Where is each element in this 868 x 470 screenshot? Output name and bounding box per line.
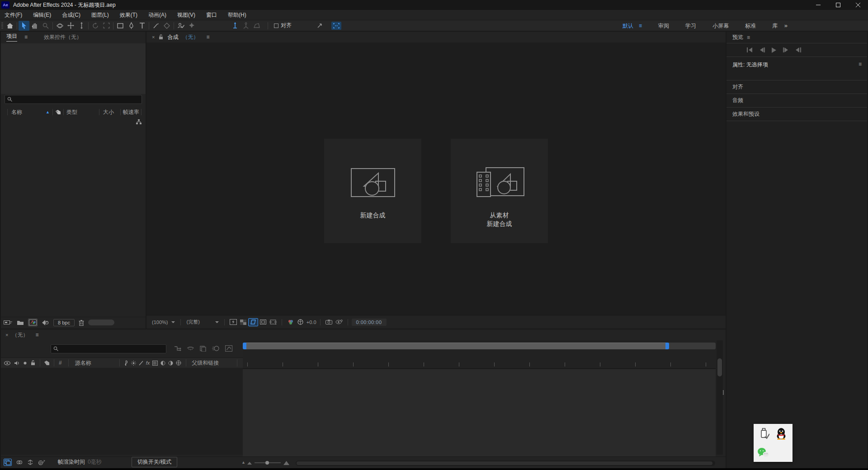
column-framerate[interactable]: 帧速率 bbox=[123, 108, 139, 116]
timeline-track-area[interactable] bbox=[243, 369, 716, 457]
project-bottom-slider[interactable] bbox=[88, 320, 114, 325]
column-parent-link[interactable]: 父级和链接 bbox=[192, 359, 219, 367]
expand-transfer-controls-icon[interactable] bbox=[16, 460, 23, 465]
frame-blending-icon[interactable] bbox=[200, 345, 206, 352]
maximize-button[interactable] bbox=[828, 0, 848, 10]
menu-view[interactable]: 视图(V) bbox=[172, 10, 201, 20]
tab-align[interactable]: 对齐 bbox=[726, 80, 867, 94]
menu-file[interactable]: 文件(F) bbox=[0, 10, 28, 20]
tab-project[interactable]: 项目 bbox=[6, 33, 17, 42]
column-index[interactable]: # bbox=[59, 360, 62, 366]
comp-panel-menu-icon[interactable]: ≡ bbox=[206, 34, 209, 40]
tab-composition[interactable]: 合成 bbox=[167, 33, 178, 41]
menu-effect[interactable]: 效果(T) bbox=[114, 10, 143, 20]
parent-pick-whip-icon[interactable] bbox=[136, 119, 142, 125]
type-tool-icon[interactable] bbox=[137, 21, 147, 31]
workspace-default[interactable]: 默认 bbox=[623, 22, 633, 30]
timeline-search-input[interactable] bbox=[51, 344, 166, 353]
pan-behind-view-icon[interactable] bbox=[268, 318, 278, 326]
new-composition-card[interactable]: 新建合成 bbox=[324, 139, 421, 243]
home-icon[interactable] bbox=[5, 21, 15, 31]
menu-animation[interactable]: 动画(A) bbox=[143, 10, 172, 20]
quality-icon[interactable] bbox=[123, 360, 128, 366]
timeline-tab[interactable]: （无） bbox=[12, 331, 28, 339]
3d-layer-icon[interactable] bbox=[176, 360, 181, 366]
label-tag-icon[interactable] bbox=[55, 109, 61, 115]
last-frame-icon[interactable] bbox=[795, 47, 801, 52]
snap-checkbox[interactable] bbox=[274, 24, 278, 28]
axis-local-icon[interactable] bbox=[230, 21, 241, 31]
show-snapshot-icon[interactable] bbox=[334, 318, 344, 326]
exposure-icon[interactable] bbox=[296, 318, 306, 326]
navigator-end-handle[interactable] bbox=[665, 343, 669, 349]
zoom-tool-icon[interactable] bbox=[40, 21, 51, 31]
play-icon[interactable] bbox=[771, 47, 777, 53]
preview-panel-menu-icon[interactable]: ≡ bbox=[747, 34, 750, 41]
workspace-standard[interactable]: 标准 bbox=[745, 22, 756, 30]
timeline-vertical-scrollbar[interactable] bbox=[717, 340, 723, 455]
tab-audio[interactable]: 音频 bbox=[726, 94, 867, 108]
audio-speaker-icon[interactable] bbox=[14, 361, 19, 366]
snapshot-camera-icon[interactable] bbox=[324, 318, 334, 326]
workspace-overflow-icon[interactable]: » bbox=[784, 22, 788, 29]
workspace-review[interactable]: 审阅 bbox=[658, 22, 669, 30]
fx-icon[interactable]: fx bbox=[146, 360, 150, 366]
new-composition-icon[interactable] bbox=[28, 319, 38, 326]
usb-eject-icon[interactable] bbox=[760, 428, 769, 439]
solo-icon[interactable] bbox=[24, 362, 27, 365]
frame-blend-switch-icon[interactable] bbox=[139, 361, 143, 366]
timeline-tab-close-icon[interactable]: × bbox=[5, 332, 8, 338]
zoom-out-mountain-icon[interactable] bbox=[247, 461, 252, 465]
workspace-learn[interactable]: 学习 bbox=[685, 22, 696, 30]
snap-toggle[interactable]: 对齐 bbox=[274, 22, 292, 29]
pan-camera-icon[interactable] bbox=[65, 21, 76, 31]
project-search-input[interactable] bbox=[5, 95, 142, 104]
lock-icon[interactable] bbox=[31, 360, 35, 366]
toolbar-grip[interactable] bbox=[0, 21, 5, 31]
zoom-slider-thumb[interactable] bbox=[265, 461, 269, 465]
selection-tool-icon[interactable] bbox=[19, 21, 29, 31]
column-name[interactable]: 名称 bbox=[11, 108, 22, 116]
expand-layer-switches-icon[interactable] bbox=[4, 459, 12, 466]
shape-tool-icon[interactable] bbox=[115, 21, 126, 31]
graph-editor-icon[interactable] bbox=[225, 345, 232, 352]
sort-ascending-icon[interactable]: ▲ bbox=[46, 110, 50, 114]
column-type[interactable]: 类型 bbox=[66, 108, 77, 116]
delete-trash-icon[interactable] bbox=[79, 320, 84, 326]
navigator-start-handle[interactable] bbox=[243, 343, 246, 349]
brush-tool-icon[interactable] bbox=[151, 21, 161, 31]
label-tag-icon[interactable] bbox=[44, 360, 50, 366]
mask-visibility-icon[interactable] bbox=[248, 318, 258, 326]
fast-preview-icon[interactable] bbox=[228, 318, 238, 326]
properties-panel[interactable]: 属性: 无选择项 ≡ bbox=[726, 57, 867, 80]
first-frame-icon[interactable] bbox=[747, 47, 753, 52]
project-item-list[interactable] bbox=[1, 117, 146, 316]
region-of-interest-icon[interactable] bbox=[258, 318, 268, 326]
qq-penguin-icon[interactable] bbox=[776, 428, 787, 440]
menu-layer[interactable]: 图层(L) bbox=[86, 10, 114, 20]
rotation-tool-icon[interactable] bbox=[90, 21, 101, 31]
transparency-grid-icon[interactable] bbox=[238, 318, 248, 326]
comp-timecode[interactable]: 0:00:00:00 bbox=[352, 319, 387, 326]
project-panel-menu-icon[interactable]: ≡ bbox=[24, 34, 28, 40]
tab-effects-presets[interactable]: 效果和预设 bbox=[726, 108, 867, 121]
tab-effect-controls[interactable]: 效果控件（无） bbox=[44, 33, 82, 41]
column-source-name[interactable]: 源名称 bbox=[75, 359, 91, 367]
interpret-footage-icon[interactable] bbox=[4, 320, 13, 325]
timeline-layer-list[interactable] bbox=[1, 369, 243, 455]
snap-options-arrow-icon[interactable] bbox=[314, 21, 325, 31]
expand-triangle-icon[interactable]: ▲ bbox=[241, 460, 245, 465]
lock-icon[interactable] bbox=[159, 34, 163, 40]
toggle-switches-modes-button[interactable]: 切换开关/模式 bbox=[132, 457, 177, 467]
axis-world-icon[interactable] bbox=[241, 21, 251, 31]
camera-roi-icon[interactable] bbox=[101, 21, 112, 31]
properties-menu-icon[interactable]: ≡ bbox=[859, 61, 862, 67]
render-time-snail-icon[interactable] bbox=[38, 460, 45, 465]
timeline-zoom-slider[interactable] bbox=[247, 460, 289, 465]
workspace-menu-icon[interactable]: ≡ bbox=[639, 23, 642, 29]
workspace-libraries[interactable]: 库 bbox=[772, 22, 778, 30]
menu-window[interactable]: 窗口 bbox=[201, 10, 222, 20]
close-button[interactable] bbox=[848, 0, 868, 10]
column-size[interactable]: 大小 bbox=[103, 108, 114, 116]
menu-composition[interactable]: 合成(C) bbox=[57, 10, 86, 20]
